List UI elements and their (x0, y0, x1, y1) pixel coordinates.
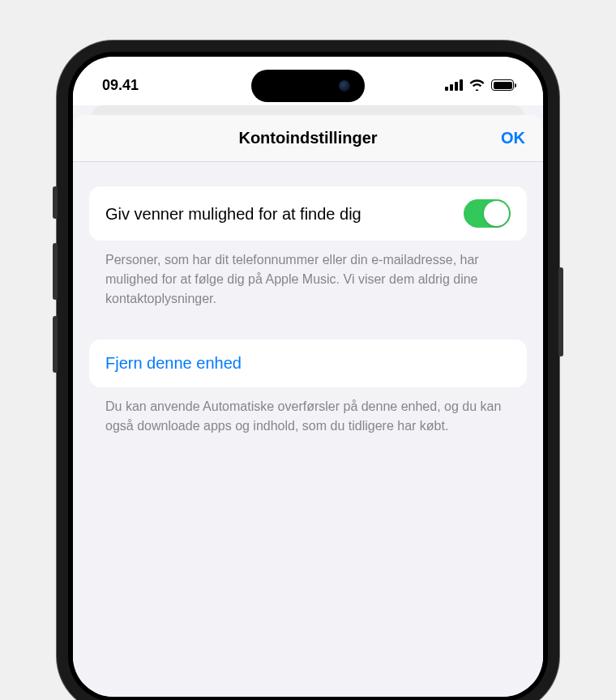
ok-button[interactable]: OK (501, 129, 525, 147)
silent-switch (53, 186, 58, 219)
volume-up-button (53, 243, 58, 300)
status-time: 09.41 (102, 77, 175, 94)
dynamic-island (251, 70, 365, 102)
wifi-icon (469, 79, 485, 91)
find-friends-footer: Personer, som har dit telefonnummer elle… (89, 241, 527, 309)
modal-title: Kontoindstillinger (238, 129, 377, 147)
battery-icon (491, 79, 514, 91)
phone-screen: 09.41 (73, 57, 543, 697)
modal-header: Kontoindstillinger OK (73, 115, 543, 162)
status-icons (445, 79, 514, 91)
phone-frame: 09.41 (57, 41, 559, 700)
account-settings-modal: Kontoindstillinger OK Giv venner mulighe… (73, 115, 543, 697)
find-friends-label: Giv venner mulighed for at finde dig (105, 203, 451, 224)
remove-device-label: Fjern denne enhed (105, 354, 511, 373)
background-sheet (92, 105, 524, 115)
power-button (558, 267, 563, 356)
remove-device-footer: Du kan anvende Automatiske overførsler p… (89, 387, 527, 436)
cellular-icon (445, 79, 463, 91)
front-camera-icon (339, 80, 350, 92)
toggle-knob-icon (484, 201, 509, 226)
status-bar: 09.41 (73, 57, 543, 105)
find-friends-row: Giv venner mulighed for at finde dig (89, 186, 527, 241)
remove-device-row[interactable]: Fjern denne enhed (89, 339, 527, 387)
find-friends-toggle[interactable] (464, 199, 511, 228)
volume-down-button (53, 316, 58, 373)
modal-content: Giv venner mulighed for at finde dig Per… (73, 162, 543, 436)
